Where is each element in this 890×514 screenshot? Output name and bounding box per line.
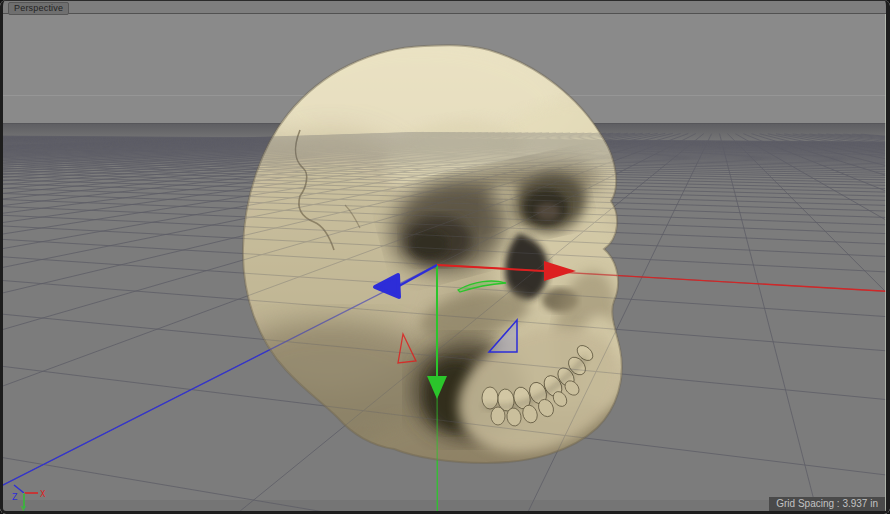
axis-y-label: Y [20,506,26,514]
axis-x-label: X [40,490,46,499]
axis-z-label: Z [12,493,18,502]
viewport-topbar: Perspective [0,0,890,14]
grid-spacing-badge: Grid Spacing : 3.937 in [769,497,885,511]
scene-canvas[interactable]: X Y Z [0,0,890,514]
viewport-frame: X Y Z Perspective Grid Spacing : 3.937 i… [0,0,890,514]
viewport-label[interactable]: Perspective [8,2,69,15]
